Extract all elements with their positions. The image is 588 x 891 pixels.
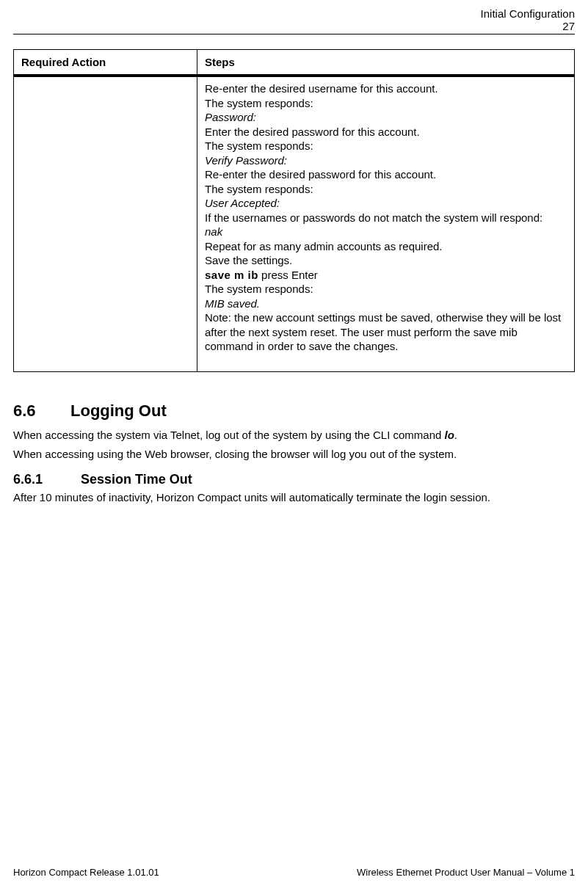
step-line: Save the settings. <box>205 253 567 268</box>
step-line: MIB saved. <box>205 297 567 311</box>
cell-required-action <box>14 77 197 371</box>
body-paragraph: After 10 minutes of inactivity, Horizon … <box>13 490 575 505</box>
subsection-number: 6.6.1 <box>13 472 81 487</box>
step-line: The system responds: <box>205 96 567 111</box>
body-paragraph: When accessing the system via Telnet, lo… <box>13 428 575 443</box>
page-header: Initial Configuration 27 <box>13 7 575 32</box>
step-line: The system responds: <box>205 282 567 297</box>
paragraph-text: . <box>454 429 457 441</box>
cell-steps: Re-enter the desired username for this a… <box>197 77 575 371</box>
step-line: Re-enter the desired password for this a… <box>205 167 567 182</box>
subsection-title: Session Time Out <box>81 472 192 487</box>
step-line: The system responds: <box>205 182 567 197</box>
header-page-number: 27 <box>13 20 575 32</box>
paragraph-text: When accessing the system via Telnet, lo… <box>13 429 445 441</box>
step-line: save m ib press Enter <box>205 268 567 283</box>
cmd-save-mib: save m ib <box>205 269 258 281</box>
step-line: Verify Password: <box>205 153 567 168</box>
step-line: nak <box>205 225 567 239</box>
col-required-action: Required Action <box>14 50 197 76</box>
body-paragraph: When accessing using the Web browser, cl… <box>13 447 575 462</box>
required-action-table: Required Action Steps Re-enter the desir… <box>13 49 575 372</box>
subsection-heading-session-timeout: 6.6.1Session Time Out <box>13 472 575 487</box>
cli-command-lo: lo <box>445 429 454 441</box>
page-footer: Horizon Compact Release 1.01.01 Wireless… <box>13 867 575 878</box>
step-text: press Enter <box>258 269 318 281</box>
col-steps: Steps <box>197 50 575 76</box>
step-line: Enter the desired password for this acco… <box>205 125 567 139</box>
step-line: Re-enter the desired username for this a… <box>205 81 567 96</box>
section-title: Logging Out <box>70 401 167 420</box>
step-line: If the usernames or passwords do not mat… <box>205 211 567 225</box>
step-line: Password: <box>205 110 567 125</box>
table-header-row: Required Action Steps <box>14 50 575 76</box>
footer-left: Horizon Compact Release 1.01.01 <box>13 867 159 878</box>
step-note: Note: the new account settings must be s… <box>205 310 567 354</box>
table-row: Re-enter the desired username for this a… <box>14 77 575 371</box>
section-number: 6.6 <box>13 401 70 421</box>
footer-right: Wireless Ethernet Product User Manual – … <box>357 867 575 878</box>
step-line: The system responds: <box>205 139 567 153</box>
section-heading-logging-out: 6.6Logging Out <box>13 401 575 421</box>
header-section-title: Initial Configuration <box>13 7 575 20</box>
step-line: User Accepted: <box>205 196 567 211</box>
step-line: Repeat for as many admin accounts as req… <box>205 239 567 254</box>
header-divider <box>13 34 575 34</box>
